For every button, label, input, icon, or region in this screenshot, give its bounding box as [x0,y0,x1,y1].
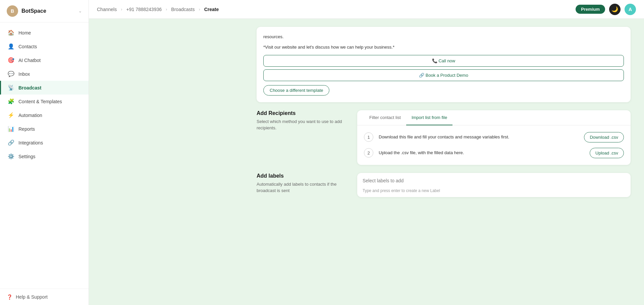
user-avatar[interactable]: A [625,4,636,15]
labels-title: Add labels [257,173,344,179]
labels-hint: Type and press enter to create a new Lab… [357,188,631,197]
step-1-text: Download this file and fill your contact… [379,134,579,140]
ai-chatbot-icon: 🎯 [8,57,14,63]
sidebar-footer[interactable]: ❓ Help & Support [0,289,89,305]
sidebar-label-broadcast: Broadcast [18,85,41,90]
labels-input-wrap[interactable] [357,173,631,188]
recipients-left: Add Recipients Select which method you w… [257,110,344,131]
sidebar-label-integrations: Integrations [18,140,43,145]
template-card: resources. *Visit our website and let's … [257,27,631,102]
breadcrumb-sep-3: › [199,7,200,12]
content-area: resources. *Visit our website and let's … [89,19,644,305]
breadcrumb-create: Create [204,7,219,12]
help-icon: ❓ [7,294,12,300]
brand-name: BotSpace [21,8,46,14]
sidebar-label-settings: Settings [18,154,36,159]
labels-input[interactable] [363,178,625,183]
sidebar-label-ai-chatbot: AI Chatbot [18,58,41,63]
recipients-row: Add Recipients Select which method you w… [257,110,631,165]
sidebar-item-integrations[interactable]: 🔗 Integrations [0,136,89,149]
breadcrumb-broadcasts[interactable]: Broadcasts [171,7,195,12]
upload-csv-button[interactable]: Upload .csv [590,148,624,158]
labels-row: Add labels Automatically add labels to c… [257,173,631,197]
recipients-title: Add Recipients [257,110,344,116]
step-1-number: 1 [364,132,373,142]
sidebar-label-contacts: Contacts [18,44,37,49]
integrations-icon: 🔗 [8,139,14,146]
sidebar-label-reports: Reports [18,126,35,132]
breadcrumb-phone[interactable]: +91 7888243936 [126,7,162,12]
brand-avatar: B [7,5,18,17]
sidebar-item-broadcast[interactable]: 📡 Broadcast [0,81,89,95]
download-csv-button[interactable]: Download .csv [584,132,624,142]
labels-left: Add labels Automatically add labels to c… [257,173,344,194]
left-panel [89,19,257,305]
template-actions: 📞 Call now 🔗 Book a Product Demo [263,55,624,81]
inbox-icon: 💬 [8,71,14,77]
step-1-row: 1 Download this file and fill your conta… [364,132,624,142]
sidebar-label-inbox: Inbox [18,71,30,77]
step-2-number: 2 [364,148,373,158]
automation-icon: ⚡ [8,112,14,118]
sidebar-item-ai-chatbot[interactable]: 🎯 AI Chatbot [0,53,89,67]
sidebar: B BotSpace ⌄ 🏠 Home 👤 Contacts 🎯 AI Chat… [0,0,89,305]
sidebar-item-reports[interactable]: 📊 Reports [0,122,89,136]
recipients-tabs-card: Filter contact list Import list from fil… [357,110,631,165]
sidebar-label-home: Home [18,30,31,36]
broadcast-icon: 📡 [8,84,14,91]
brand-chevron-icon: ⌄ [78,9,82,13]
main-area: Channels › +91 7888243936 › Broadcasts ›… [89,0,644,305]
sidebar-item-inbox[interactable]: 💬 Inbox [0,67,89,81]
topbar: Channels › +91 7888243936 › Broadcasts ›… [89,0,644,19]
sidebar-item-home[interactable]: 🏠 Home [0,26,89,40]
step-2-row: 2 Upload the .csv file, with the filled … [364,148,624,158]
right-panel: resources. *Visit our website and let's … [257,19,644,305]
topbar-actions: Premium 🌙 A [576,4,636,15]
sidebar-item-contacts[interactable]: 👤 Contacts [0,40,89,53]
breadcrumb-sep-2: › [166,7,167,12]
sidebar-item-settings[interactable]: ⚙️ Settings [0,149,89,163]
brand-header[interactable]: B BotSpace ⌄ [0,0,89,22]
dark-mode-toggle[interactable]: 🌙 [609,4,621,15]
call-now-button[interactable]: 📞 Call now [263,55,624,67]
labels-card: Type and press enter to create a new Lab… [357,173,631,197]
sidebar-item-content-templates[interactable]: 🧩 Content & Templates [0,95,89,108]
content-templates-icon: 🧩 [8,98,14,105]
template-text-resources: resources. [263,34,624,41]
reports-icon: 📊 [8,126,14,132]
home-icon: 🏠 [8,29,14,36]
sidebar-nav: 🏠 Home 👤 Contacts 🎯 AI Chatbot 💬 Inbox 📡… [0,22,89,289]
recipients-desc: Select which method you want to use to a… [257,118,344,131]
tabs-header: Filter contact list Import list from fil… [357,110,631,125]
sidebar-label-automation: Automation [18,113,42,118]
breadcrumb-sep-1: › [121,7,122,12]
help-label: Help & Support [16,294,48,300]
settings-icon: ⚙️ [8,153,14,160]
premium-button[interactable]: Premium [576,5,605,14]
sidebar-item-automation[interactable]: ⚡ Automation [0,108,89,122]
sidebar-label-content-templates: Content & Templates [18,99,62,104]
breadcrumb-channels[interactable]: Channels [97,7,117,12]
tab-filter-contact[interactable]: Filter contact list [364,110,406,125]
template-text-website: *Visit our website and let's discuss how… [263,44,624,51]
labels-desc: Automatically add labels to contacts if … [257,181,344,194]
book-demo-button[interactable]: 🔗 Book a Product Demo [263,69,624,81]
tabs-content: 1 Download this file and fill your conta… [357,125,631,165]
help-support-item[interactable]: ❓ Help & Support [7,294,82,300]
contacts-icon: 👤 [8,43,14,50]
step-2-text: Upload the .csv file, with the filled da… [379,149,584,156]
choose-template-button[interactable]: Choose a different template [263,85,329,96]
tab-import-list[interactable]: Import list from file [406,110,452,125]
